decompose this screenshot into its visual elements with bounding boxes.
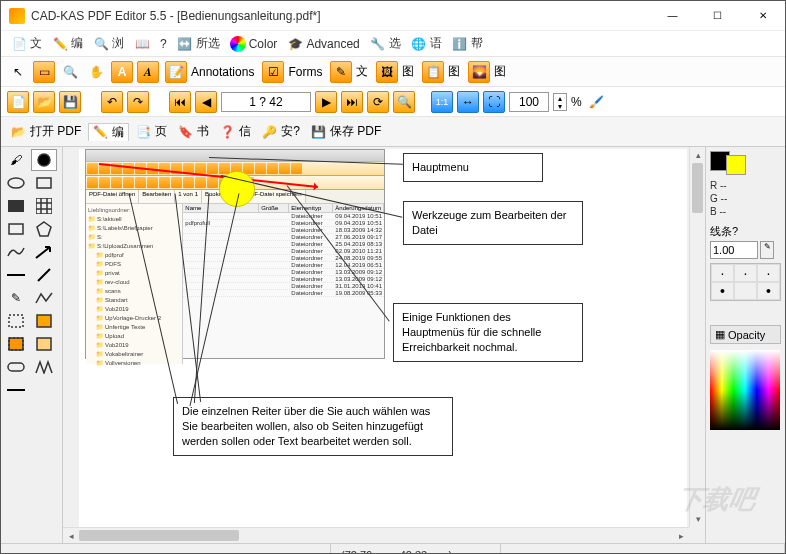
line-style-grid[interactable]: ··· •• xyxy=(710,263,781,301)
menu-options[interactable]: 🔧选 xyxy=(366,33,405,54)
menu-view[interactable]: 🔍浏 xyxy=(89,33,128,54)
rect-outline-tool[interactable] xyxy=(3,218,29,240)
image-rect-tool[interactable] xyxy=(31,333,57,355)
magnify-tool[interactable]: 🔍 xyxy=(59,61,81,83)
prev-page-button[interactable]: ◀ xyxy=(195,91,217,113)
svg-rect-12 xyxy=(37,338,51,350)
tab-open-pdf[interactable]: 📂打开 PDF xyxy=(7,123,85,140)
menu-color[interactable]: Color xyxy=(226,34,282,54)
callout-reiter: Die einzelnen Reiter über die Sie auch w… xyxy=(173,397,453,456)
undo-button[interactable]: ↶ xyxy=(101,91,123,113)
maximize-button[interactable]: ☐ xyxy=(695,1,740,31)
next-page-button[interactable]: ▶ xyxy=(315,91,337,113)
select-tool[interactable]: ▭ xyxy=(33,61,55,83)
properties-panel: R -- G -- B -- 线条? ✎ ··· •• ▦Opacity xyxy=(705,147,785,543)
statusbar: (72.76 mm, 42.33 mm) xyxy=(1,543,785,554)
ellipse-tool[interactable] xyxy=(3,172,29,194)
new-file-button[interactable]: 📄 xyxy=(7,91,29,113)
zoom-input[interactable] xyxy=(509,92,549,112)
tab-save-pdf[interactable]: 💾保存 PDF xyxy=(307,123,385,140)
hand-tool[interactable]: ✋ xyxy=(85,61,107,83)
menu-help-q[interactable]: ? xyxy=(156,35,171,53)
opacity-icon: ▦ xyxy=(715,328,725,341)
picture-btn[interactable]: 🌄图 xyxy=(466,61,508,83)
svg-rect-8 xyxy=(9,315,23,327)
shape-tool-palette: 🖌 ✎ xyxy=(1,147,63,543)
zoom-spinner[interactable]: ▴▾ xyxy=(553,93,567,111)
text-btn[interactable]: ✎文 xyxy=(328,61,370,83)
empty-tool xyxy=(31,379,57,401)
pencil-tool[interactable]: ✎ xyxy=(3,287,29,309)
zigzag-tool[interactable] xyxy=(31,356,57,378)
svg-marker-5 xyxy=(37,222,51,236)
text-a-tool[interactable]: A xyxy=(111,61,133,83)
first-page-button[interactable]: ⏮ xyxy=(169,91,191,113)
menu-help[interactable]: ℹ️帮 xyxy=(448,33,487,54)
fit-11-button[interactable]: 1:1 xyxy=(431,91,453,113)
polyline-tool[interactable] xyxy=(31,287,57,309)
document-canvas[interactable]: PDF-Datei öffnenBearbeiten1 von 1Bookmar… xyxy=(63,147,705,543)
menu-book[interactable]: 📖 xyxy=(130,34,154,54)
menubar: 📄文 ✏️编 🔍浏 📖 ? ↔️所选 Color 🎓Advanced 🔧选 🌐语… xyxy=(1,31,785,57)
brush-icon[interactable]: 🖌️ xyxy=(586,91,608,113)
line-width-spinner[interactable]: ✎ xyxy=(760,241,774,259)
forms-menu[interactable]: ☑Forms xyxy=(260,61,324,83)
status-coords: (72.76 mm, 42.33 mm) xyxy=(331,544,501,554)
rect2-tool[interactable] xyxy=(31,310,57,332)
menu-selection[interactable]: ↔️所选 xyxy=(173,33,224,54)
menu-edit[interactable]: ✏️编 xyxy=(48,33,87,54)
marquee-tool[interactable] xyxy=(3,310,29,332)
menu-file[interactable]: 📄文 xyxy=(7,33,46,54)
fit-page-button[interactable]: ⛶ xyxy=(483,91,505,113)
arrow-tool[interactable] xyxy=(31,241,57,263)
curve-tool[interactable] xyxy=(3,241,29,263)
hline-tool[interactable] xyxy=(3,379,29,401)
horizontal-scrollbar[interactable]: ◂ ▸ xyxy=(63,527,689,543)
brush-tool[interactable]: 🖌 xyxy=(3,149,29,171)
svg-point-1 xyxy=(8,178,24,188)
line-width-label: 线条? xyxy=(710,224,781,239)
font-tool[interactable]: 𝑨 xyxy=(137,61,159,83)
search-button[interactable]: 🔍 xyxy=(393,91,415,113)
diag-line-tool[interactable] xyxy=(31,264,57,286)
fit-width-button[interactable]: ↔ xyxy=(457,91,479,113)
line-width-input[interactable] xyxy=(710,241,758,259)
polygon-tool[interactable] xyxy=(31,218,57,240)
background-swatch[interactable] xyxy=(726,155,746,175)
vertical-scrollbar[interactable]: ▴ ▾ xyxy=(689,147,705,527)
redo-button[interactable]: ↷ xyxy=(127,91,149,113)
color-picker[interactable] xyxy=(710,350,780,430)
window-title: CAD-KAS PDF Editor 5.5 - [Bedienungsanle… xyxy=(31,9,650,23)
color-swatches[interactable] xyxy=(710,151,781,175)
svg-rect-3 xyxy=(8,200,24,212)
cursor-tool[interactable]: ↖ xyxy=(7,61,29,83)
open-file-button[interactable]: 📂 xyxy=(33,91,55,113)
grid-tool[interactable] xyxy=(31,195,57,217)
menu-advanced[interactable]: 🎓Advanced xyxy=(283,34,363,54)
tab-edit[interactable]: ✏️编 xyxy=(88,123,129,141)
annotations-menu[interactable]: 📝Annotations xyxy=(163,61,256,83)
refresh-button[interactable]: ⟳ xyxy=(367,91,389,113)
copy-btn[interactable]: 📋图 xyxy=(420,61,462,83)
last-page-button[interactable]: ⏭ xyxy=(341,91,363,113)
main-area: 🖌 ✎ PDF-Datei öffnenBearbeiten1 von 1Boo… xyxy=(1,147,785,543)
tab-bookmarks[interactable]: 🔖书 xyxy=(174,123,213,140)
tab-pages[interactable]: 📑页 xyxy=(132,123,171,140)
close-button[interactable]: ✕ xyxy=(740,1,785,31)
image-btn[interactable]: 🖼图 xyxy=(374,61,416,83)
line-tool[interactable] xyxy=(3,264,29,286)
pattern-tool[interactable] xyxy=(3,333,29,355)
opacity-button[interactable]: ▦Opacity xyxy=(710,325,781,344)
circle-fill-tool[interactable] xyxy=(31,149,57,171)
rounded-tool[interactable] xyxy=(3,356,29,378)
tab-info[interactable]: ❓信 xyxy=(216,123,255,140)
minimize-button[interactable]: — xyxy=(650,1,695,31)
page-input[interactable] xyxy=(221,92,311,112)
rect-tool[interactable] xyxy=(31,172,57,194)
rect-fill-tool[interactable] xyxy=(3,195,29,217)
menu-language[interactable]: 🌐语 xyxy=(407,33,446,54)
tab-security[interactable]: 🔑安? xyxy=(258,123,304,140)
callout-werkzeuge: Werkzeuge zum Bearbeiten der Datei xyxy=(403,201,583,245)
save-file-button[interactable]: 💾 xyxy=(59,91,81,113)
b-value: B -- xyxy=(710,205,781,218)
